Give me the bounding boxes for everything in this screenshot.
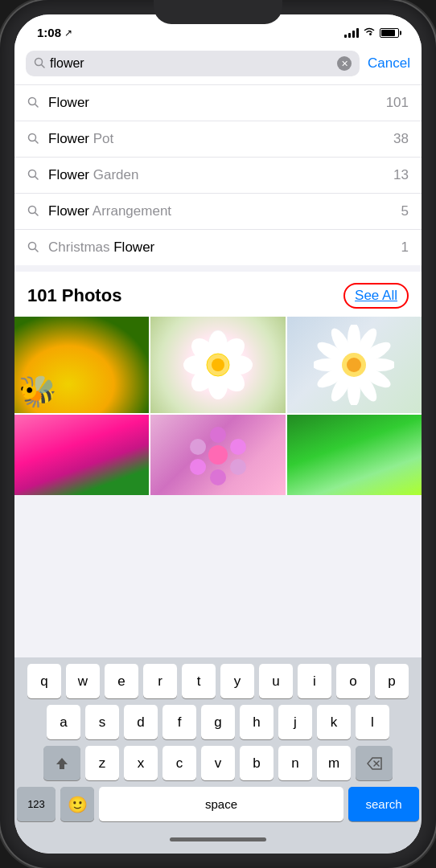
suggestion-text-flower-pot: Flower Pot	[48, 131, 393, 147]
svg-line-5	[35, 140, 39, 143]
key-l[interactable]: l	[356, 705, 389, 739]
search-icon-2	[27, 133, 39, 146]
space-button[interactable]: space	[99, 787, 343, 821]
search-icon-4	[27, 205, 39, 219]
svg-point-40	[190, 459, 206, 475]
phone-frame: 1:08 ↗	[0, 0, 436, 868]
keyboard-row-2: a s d f g h j k l	[17, 705, 419, 739]
photo-white-flower-cell[interactable]	[150, 317, 285, 413]
search-button[interactable]: search	[348, 787, 419, 821]
key-t[interactable]: t	[182, 664, 216, 698]
keyboard-row-3: z x c v b n m	[17, 746, 419, 780]
key-c[interactable]: c	[162, 746, 196, 780]
svg-point-35	[347, 358, 361, 372]
keyboard: q w e r t y u i o p a s d f g h j k	[14, 657, 422, 854]
suggestion-flower-pot[interactable]: Flower Pot 38	[14, 121, 422, 158]
photos-grid: 🐝	[14, 317, 422, 495]
key-z[interactable]: z	[85, 746, 119, 780]
keyboard-row-4: 123 🙂 space search	[17, 787, 419, 821]
signal-icon	[344, 28, 359, 38]
suggestions-list: Flower 101 Flower Pot 38	[14, 85, 422, 265]
key-f[interactable]: f	[162, 705, 196, 739]
key-g[interactable]: g	[201, 705, 235, 739]
photos-header: 101 Photos See All	[14, 272, 422, 317]
key-p[interactable]: p	[375, 664, 409, 698]
key-q[interactable]: q	[27, 664, 61, 698]
key-u[interactable]: u	[259, 664, 293, 698]
notch	[154, 0, 282, 24]
key-n[interactable]: n	[278, 746, 312, 780]
key-w[interactable]: w	[66, 664, 100, 698]
search-input-wrap[interactable]: flower ✕	[26, 51, 360, 76]
svg-point-36	[210, 427, 226, 443]
key-h[interactable]: h	[240, 705, 274, 739]
suggestion-count-flower: 101	[386, 95, 409, 111]
photo-garden-cell[interactable]	[287, 415, 422, 495]
number-button[interactable]: 123	[17, 787, 56, 821]
svg-line-11	[35, 248, 39, 252]
search-input[interactable]: flower	[50, 56, 332, 71]
key-x[interactable]: x	[124, 746, 158, 780]
key-y[interactable]: y	[220, 664, 254, 698]
key-j[interactable]: j	[278, 705, 312, 739]
key-v[interactable]: v	[201, 746, 235, 780]
status-time: 1:08	[37, 26, 61, 39]
photo-daisy-cell[interactable]	[287, 317, 422, 413]
suggestion-count-flower-arrangement: 5	[401, 203, 409, 219]
key-i[interactable]: i	[298, 664, 331, 698]
key-e[interactable]: e	[105, 664, 138, 698]
suggestion-flower-arrangement[interactable]: Flower Arrangement 5	[14, 194, 422, 230]
bottom-bar	[17, 828, 419, 850]
search-icon	[27, 96, 39, 110]
clear-button[interactable]: ✕	[337, 56, 352, 71]
home-indicator	[170, 837, 266, 841]
svg-line-3	[35, 104, 39, 107]
search-glass-icon	[34, 57, 45, 71]
key-k[interactable]: k	[317, 705, 351, 739]
delete-button[interactable]	[356, 746, 393, 780]
photo-purple-cell[interactable]	[150, 415, 285, 495]
location-arrow-icon: ↗	[64, 27, 72, 39]
status-icons	[344, 27, 399, 39]
suggestion-text-flower-arrangement: Flower Arrangement	[48, 203, 401, 219]
key-m[interactable]: m	[317, 746, 351, 780]
svg-point-42	[208, 445, 228, 465]
svg-point-39	[210, 469, 226, 485]
svg-line-9	[35, 212, 39, 215]
suggestion-count-flower-garden: 13	[393, 167, 409, 183]
svg-point-37	[230, 439, 246, 455]
svg-line-1	[42, 64, 45, 68]
phone-screen: 1:08 ↗	[14, 14, 422, 854]
shift-button[interactable]	[43, 746, 80, 780]
wifi-icon	[363, 27, 376, 39]
key-o[interactable]: o	[336, 664, 370, 698]
suggestion-christmas-flower[interactable]: Christmas Flower 1	[14, 230, 422, 265]
search-icon-3	[27, 169, 39, 182]
svg-point-41	[190, 439, 206, 455]
svg-point-21	[212, 358, 224, 371]
suggestion-text-flower: Flower	[48, 95, 386, 111]
photo-pink-cell[interactable]	[14, 415, 149, 495]
photo-bee-cell[interactable]: 🐝	[14, 317, 149, 413]
key-a[interactable]: a	[47, 705, 80, 739]
battery-icon	[380, 28, 399, 38]
keyboard-row-1: q w e r t y u i o p	[17, 664, 419, 698]
suggestion-flower[interactable]: Flower 101	[14, 85, 422, 121]
svg-line-7	[35, 176, 39, 179]
photos-title: 101 Photos	[27, 285, 121, 306]
key-s[interactable]: s	[85, 705, 119, 739]
suggestion-text-christmas-flower: Christmas Flower	[48, 240, 401, 256]
suggestion-text-flower-garden: Flower Garden	[48, 167, 393, 183]
suggestion-flower-garden[interactable]: Flower Garden 13	[14, 158, 422, 194]
key-b[interactable]: b	[240, 746, 274, 780]
key-r[interactable]: r	[143, 664, 177, 698]
search-bar-container: flower ✕ Cancel	[14, 44, 422, 85]
suggestion-count-flower-pot: 38	[393, 131, 409, 147]
key-d[interactable]: d	[124, 705, 158, 739]
see-all-button[interactable]: See All	[343, 283, 409, 309]
photos-section: 101 Photos See All 🐝	[14, 272, 422, 495]
emoji-button[interactable]: 🙂	[60, 787, 94, 821]
search-icon-5	[27, 241, 39, 255]
svg-point-38	[230, 459, 246, 475]
cancel-button[interactable]: Cancel	[368, 55, 410, 72]
